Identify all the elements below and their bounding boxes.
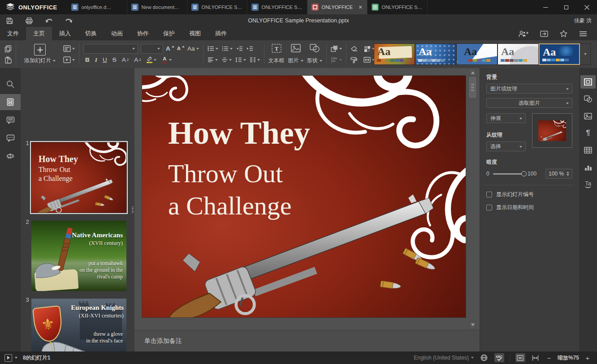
slide-thumbnail-3[interactable]: ⚜ European Knights (XII-XVI centuries) t… [31, 299, 126, 351]
background-fill-select[interactable]: 图片或纹理 [486, 84, 572, 94]
font-name-combo[interactable] [83, 44, 138, 54]
line-spacing-button[interactable] [235, 57, 246, 63]
increase-indent-button[interactable] [247, 46, 253, 51]
strikethrough-button[interactable]: S [112, 57, 117, 63]
spell-check-button[interactable]: ABC [494, 353, 504, 362]
slides-panel-button[interactable] [0, 94, 21, 110]
table-settings-button[interactable] [580, 143, 596, 157]
presentation-tab-active[interactable]: ONLYOFFICE S… ✕ [307, 0, 368, 14]
menu-transitions[interactable]: 切换 [78, 27, 104, 40]
add-slide-button[interactable] [34, 44, 46, 56]
paragraph-settings-button[interactable]: ¶ [580, 126, 596, 140]
menu-protection[interactable]: 保护 [156, 27, 182, 40]
redo-button[interactable] [64, 16, 74, 26]
horizontal-align-button[interactable] [208, 57, 218, 63]
save-button[interactable] [4, 16, 14, 26]
bullet-list-button[interactable] [208, 46, 218, 51]
superscript-button[interactable]: A2 [122, 57, 129, 63]
shape-settings-button[interactable] [580, 92, 596, 106]
show-date-time-checkbox[interactable] [486, 205, 492, 210]
spin-arrows[interactable] [567, 171, 569, 176]
slide-size-button[interactable] [363, 57, 375, 63]
minimize-button[interactable] [535, 0, 556, 14]
feedback-button[interactable] [0, 148, 21, 164]
italic-button[interactable]: I [95, 57, 97, 63]
insert-shape-button[interactable]: 形状 [307, 57, 322, 64]
favorite-button[interactable] [560, 30, 567, 37]
open-file-location-button[interactable] [540, 30, 548, 37]
font-size-combo[interactable] [141, 44, 163, 54]
opacity-slider[interactable] [493, 173, 524, 175]
stretch-select[interactable]: 伸展 [486, 113, 526, 123]
copy-button[interactable] [4, 45, 12, 52]
theme-blue-selected[interactable]: Aa [539, 43, 580, 65]
arrange-shape-button[interactable] [331, 45, 342, 52]
paste-button[interactable] [4, 56, 12, 64]
align-shape-button[interactable] [331, 56, 342, 63]
bold-button[interactable]: B [85, 57, 90, 63]
print-button[interactable] [24, 16, 34, 26]
scroll-down-button[interactable] [469, 321, 476, 328]
scroll-up-button[interactable] [469, 69, 476, 76]
menu-plugins[interactable]: 插件 [208, 27, 234, 40]
font-color-button[interactable]: A [162, 56, 172, 63]
image-settings-button[interactable] [580, 109, 596, 123]
menu-file[interactable]: 文件 [0, 27, 26, 40]
language-selector[interactable]: English (United States) [414, 355, 474, 361]
show-date-time-row[interactable]: 显示日期和时间 [486, 204, 572, 211]
texture-select[interactable]: 选择 [486, 141, 526, 151]
change-layout-button[interactable] [63, 45, 75, 52]
clear-style-button[interactable] [350, 46, 358, 51]
chevron-down-icon[interactable] [15, 357, 17, 359]
menu-home[interactable]: 主页 [26, 27, 52, 40]
notes-area[interactable]: 单击添加备注 [134, 330, 480, 351]
opacity-slider-handle[interactable] [521, 171, 527, 176]
opacity-spinbox[interactable]: 100 % [545, 169, 572, 179]
slide-thumbnail-1[interactable]: How They Throw Out a Challenge [31, 142, 126, 213]
underline-button[interactable]: U [103, 57, 107, 63]
slide-settings-button[interactable] [580, 75, 596, 89]
slide-thumbnail-2[interactable]: Native Americans (XVII century) put a to… [31, 221, 126, 291]
fit-to-slide-button[interactable] [515, 353, 525, 362]
decrease-font-button[interactable]: A [177, 46, 185, 51]
show-slide-number-row[interactable]: 显示幻灯片编号 [486, 191, 572, 198]
chat-button[interactable] [0, 130, 21, 146]
insert-textbox-button[interactable]: 文本框 [268, 57, 285, 64]
maximize-button[interactable] [556, 0, 576, 14]
menu-collaboration[interactable]: 协作 [130, 27, 156, 40]
doc-tab-4[interactable]: ONLYOFFICE S… [247, 0, 307, 14]
decrease-indent-button[interactable] [236, 46, 243, 51]
zoom-out-button[interactable]: − [546, 354, 552, 362]
vertical-align-button[interactable] [221, 57, 232, 63]
close-button[interactable] [576, 0, 597, 14]
menu-view[interactable]: 视图 [182, 27, 208, 40]
slide-canvas[interactable]: How They Throw Out a Challenge [134, 68, 480, 330]
theme-dotted[interactable]: Aa [415, 43, 456, 65]
document-language-button[interactable] [479, 353, 489, 362]
theme-turtle[interactable]: Aa [456, 43, 497, 65]
theme-gallery-expand-button[interactable] [580, 43, 591, 65]
doc-tab-2[interactable]: New document… [127, 0, 187, 14]
theme-lines[interactable]: Aa [497, 43, 539, 65]
show-slide-number-checkbox[interactable] [486, 192, 492, 197]
spreadsheet-tab[interactable]: ONLYOFFICE S… [368, 0, 428, 14]
slide-title-line-1[interactable]: How They [168, 117, 310, 149]
current-slide[interactable]: How They Throw Out a Challenge [142, 76, 466, 317]
doc-tab-3[interactable]: ONLYOFFICE S… [187, 0, 247, 14]
menu-animation[interactable]: 动画 [104, 27, 130, 40]
highlight-color-button[interactable] [147, 56, 156, 63]
change-case-button[interactable]: Aa [187, 46, 199, 52]
slide-title-line-2[interactable]: Throw Out [168, 161, 283, 187]
add-slide-dropdown[interactable]: 添加幻灯片 [20, 57, 60, 64]
user-name[interactable]: 佳豪 洪 [574, 14, 592, 27]
theme-official[interactable]: Aa [374, 43, 415, 65]
scrollbar-thumb[interactable] [469, 77, 476, 98]
columns-button[interactable] [250, 57, 260, 63]
chart-settings-button[interactable] [580, 160, 596, 174]
increase-font-button[interactable]: A [166, 46, 174, 52]
textart-settings-button[interactable]: Ta [580, 177, 596, 191]
numbered-list-button[interactable] [222, 46, 233, 51]
comments-button[interactable] [0, 112, 21, 128]
insert-image-button[interactable]: 图片 [288, 57, 303, 64]
panel-resizer-handle[interactable] [131, 68, 134, 351]
